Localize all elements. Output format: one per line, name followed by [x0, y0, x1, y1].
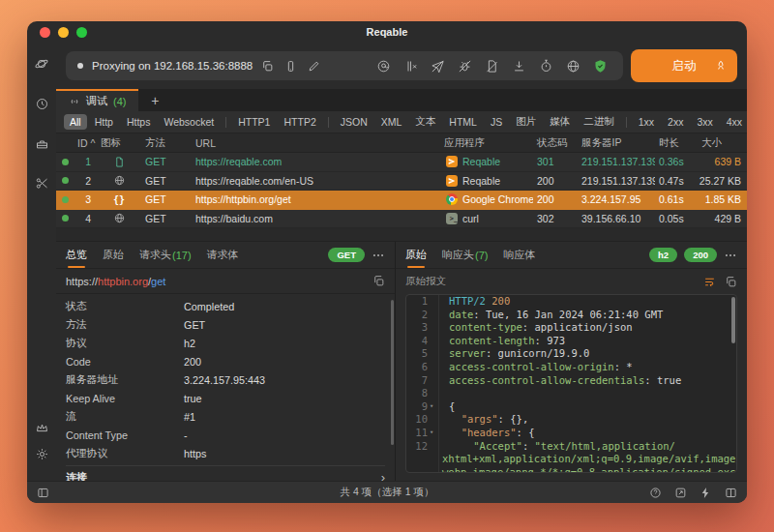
filter-chip-http[interactable]: Http — [89, 114, 119, 130]
filter-chip-js[interactable]: JS — [485, 114, 508, 130]
planet-icon[interactable] — [34, 56, 49, 72]
header-cell-3[interactable]: URL — [192, 137, 440, 149]
proxy-status-box[interactable]: Proxying on 192.168.15.36:8888 — [66, 51, 623, 80]
new-tab-button[interactable]: + — [138, 89, 171, 111]
fold-spacer — [430, 440, 438, 454]
scrollbar[interactable] — [391, 300, 394, 445]
filter-chip-文本[interactable]: 文本 — [409, 113, 441, 131]
filter-chip-http2[interactable]: HTTP2 — [278, 114, 321, 130]
device-link-icon[interactable] — [403, 59, 418, 74]
fold-arrow-icon[interactable]: ▾ — [430, 400, 438, 414]
request-tab-1[interactable]: 原始 — [103, 242, 124, 268]
filter-chip-图片[interactable]: 图片 — [510, 113, 542, 131]
mobile-icon[interactable] — [284, 60, 297, 73]
code-token: { — [449, 400, 455, 412]
tab-debug[interactable]: 调试 (4) — [56, 89, 138, 111]
settings-icon[interactable] — [35, 447, 49, 461]
zoom-window-button[interactable] — [76, 27, 87, 38]
header-cell-5[interactable]: 状态码 — [533, 136, 578, 150]
edit-icon[interactable] — [308, 60, 320, 73]
row-duration: 0.61s — [655, 193, 698, 205]
header-cell-6[interactable]: 服务器IP — [578, 136, 655, 150]
account-icon[interactable] — [376, 59, 391, 74]
filter-chip-all[interactable]: All — [64, 114, 87, 130]
request-tab-label: 总览 — [66, 248, 87, 262]
minimize-window-button[interactable] — [58, 27, 69, 38]
code-line: xhtml+xml,application/xml;q=0.9,image/av… — [406, 453, 736, 466]
connection-row[interactable]: 连接 › — [66, 465, 385, 481]
header-cell-0[interactable]: ID ^ — [74, 137, 97, 149]
header-cell-4[interactable]: 应用程序 — [440, 136, 533, 150]
copy-icon[interactable] — [725, 276, 737, 288]
layout-icon[interactable] — [725, 487, 737, 499]
file-off-icon[interactable] — [485, 59, 499, 74]
more-icon[interactable] — [724, 249, 737, 262]
request-tab-0[interactable]: 总览 — [66, 242, 87, 268]
response-tab-0[interactable]: 原始 — [405, 242, 427, 268]
fold-spacer — [430, 374, 438, 388]
shield-icon[interactable] — [593, 59, 608, 74]
filter-chip-http1[interactable]: HTTP1 — [232, 114, 276, 130]
header-cell-2[interactable]: 方法 — [141, 136, 192, 150]
scissors-icon[interactable] — [35, 176, 49, 191]
response-tab-2[interactable]: 响应体 — [503, 242, 535, 268]
lightning-icon[interactable] — [700, 487, 712, 499]
rocket-icon — [715, 60, 727, 72]
timer-icon[interactable] — [539, 59, 553, 74]
proxy-status-text: Proxying on 192.168.15.36:8888 — [92, 60, 253, 72]
code-text — [439, 387, 455, 400]
bug-off-icon[interactable] — [458, 59, 472, 74]
row-size: 1.85 KB — [698, 193, 747, 205]
code-text: "Accept": "text/html,application/ — [439, 440, 675, 454]
filter-chip-websocket[interactable]: Websocket — [158, 114, 220, 130]
globe-icon[interactable] — [566, 59, 580, 74]
plane-off-icon[interactable] — [431, 59, 445, 74]
compose-icon[interactable] — [674, 487, 687, 499]
code-token — [449, 413, 461, 425]
close-window-button[interactable] — [40, 27, 50, 38]
filter-chip-1xx[interactable]: 1xx — [633, 114, 660, 130]
help-icon[interactable] — [649, 487, 662, 499]
filter-chip-3xx[interactable]: 3xx — [691, 114, 718, 130]
copy-icon[interactable] — [261, 60, 274, 73]
filter-chip-二进制[interactable]: 二进制 — [578, 113, 620, 131]
line-number-gutter: 10 — [406, 413, 439, 427]
header-cell-8[interactable]: 大小 — [698, 136, 747, 150]
header-cell-7[interactable]: 时长 — [655, 136, 698, 150]
toolbox-icon[interactable] — [35, 136, 49, 151]
braces-icon: {} — [113, 194, 125, 205]
response-raw-view[interactable]: 1HTTP/2 2002date: Tue, 16 Jan 2024 06:21… — [405, 294, 737, 473]
filter-chip-json[interactable]: JSON — [335, 114, 373, 130]
table-row[interactable]: 4GEThttps://baidu.com>_curl30239.156.66.… — [56, 210, 747, 229]
filter-chip-4xx[interactable]: 4xx — [721, 114, 747, 130]
history-icon[interactable] — [35, 97, 49, 111]
row-id: 4 — [74, 213, 97, 224]
table-row[interactable]: 1GEThttps://reqable.comReqable301219.151… — [56, 153, 747, 172]
filter-chip-https[interactable]: Https — [121, 114, 157, 130]
table-row[interactable]: 2GEThttps://reqable.com/en-USReqable2002… — [56, 172, 747, 192]
start-button[interactable]: 启动 — [631, 49, 737, 82]
filter-chip-2xx[interactable]: 2xx — [662, 114, 689, 130]
code-token: server — [449, 347, 486, 359]
copy-icon[interactable] — [372, 275, 385, 287]
filter-chip-html[interactable]: HTML — [443, 114, 483, 130]
fold-arrow-icon[interactable]: ▾ — [430, 427, 438, 440]
more-icon[interactable] — [372, 249, 385, 262]
scrollbar[interactable] — [731, 297, 735, 343]
code-token: webp,image/apng,*/*;q=0.8,application/si… — [442, 466, 737, 473]
header-cell-1[interactable]: 图标 — [97, 136, 141, 150]
filter-chip-媒体[interactable]: 媒体 — [544, 113, 576, 131]
crown-icon[interactable] — [35, 421, 49, 435]
line-number-gutter: 7 — [406, 374, 439, 388]
table-row[interactable]: 3{}GEThttps://httpbin.org/getGoogle Chro… — [56, 191, 747, 210]
request-tab-3[interactable]: 请求体 — [207, 242, 239, 268]
download-icon[interactable] — [512, 59, 526, 74]
row-app: >_curl — [440, 213, 533, 224]
word-wrap-icon[interactable] — [703, 276, 716, 288]
request-tab-2[interactable]: 请求头(17) — [139, 242, 192, 268]
title-bar: Reqable — [27, 21, 747, 43]
reqable-app-icon — [446, 156, 458, 167]
request-tab-label: 请求头 — [139, 248, 171, 262]
response-tab-1[interactable]: 响应头(7) — [442, 242, 488, 268]
filter-chip-xml[interactable]: XML — [375, 114, 408, 130]
